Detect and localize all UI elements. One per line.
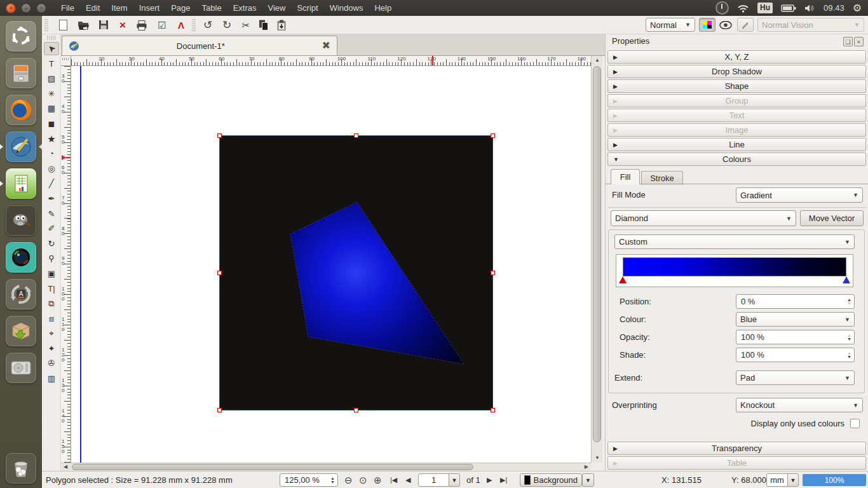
resize-handle-s[interactable]: [354, 408, 358, 412]
first-page-button[interactable]: |◀: [390, 471, 397, 488]
libreoffice-calc-icon[interactable]: [6, 168, 36, 199]
panel-float-button[interactable]: ❏: [843, 37, 853, 46]
resize-handle-n[interactable]: [354, 133, 358, 138]
preview-mode-button[interactable]: [717, 18, 735, 32]
fill-mode-select[interactable]: Gradient▼: [736, 187, 863, 203]
scribus-icon[interactable]: [6, 132, 36, 162]
save-document-button[interactable]: [95, 18, 112, 32]
insert-arc-tool[interactable]: ◔: [44, 147, 59, 160]
insert-bezier-curve-tool[interactable]: ✒: [44, 192, 59, 205]
scroll-right-icon[interactable]: ▶: [585, 464, 588, 470]
tab-close-icon[interactable]: ✖: [322, 41, 330, 51]
resize-handle-w[interactable]: [217, 271, 222, 275]
copy-button[interactable]: [255, 18, 272, 32]
section-xyz[interactable]: ▶X, Y, Z: [607, 50, 866, 64]
display-only-used-colours-checkbox[interactable]: [850, 419, 860, 428]
section-line[interactable]: ▶Line: [607, 138, 866, 151]
menu-windows[interactable]: Windows: [324, 0, 369, 16]
menu-help[interactable]: Help: [369, 0, 397, 16]
resize-handle-sw[interactable]: [217, 408, 222, 412]
horizontal-scroll-thumb[interactable]: [72, 464, 473, 470]
gimp-icon[interactable]: [6, 205, 36, 236]
shade-spinbox[interactable]: 100 % ▲▼: [736, 348, 855, 362]
layer-select[interactable]: Background: [520, 473, 582, 487]
clock[interactable]: 09.43: [824, 3, 844, 13]
unlink-text-frames-tool[interactable]: ⧈: [44, 312, 59, 325]
menu-script[interactable]: Script: [291, 0, 323, 16]
window-maximize-button[interactable]: ▫: [36, 3, 46, 13]
ruler-origin[interactable]: [61, 56, 71, 66]
panel-close-button[interactable]: ×: [854, 37, 864, 46]
paste-button[interactable]: [273, 18, 290, 32]
image-quality-select[interactable]: Normal▼: [646, 18, 695, 32]
menu-page[interactable]: Page: [165, 0, 196, 16]
fill-tab[interactable]: Fill: [611, 169, 640, 184]
section-colours[interactable]: ▼Colours: [607, 152, 866, 166]
insert-polygon-tool[interactable]: ★: [44, 132, 59, 146]
close-document-button[interactable]: ×: [114, 18, 131, 32]
camera-icon[interactable]: [6, 242, 36, 273]
spin-arrows[interactable]: ▲▼: [330, 477, 335, 484]
spin-arrows[interactable]: ▲▼: [847, 351, 851, 359]
zoom-100-button[interactable]: ⊙: [359, 471, 367, 488]
opacity-spinbox[interactable]: 100 % ▲▼: [736, 330, 855, 344]
page-canvas[interactable]: [71, 66, 591, 463]
stroke-tab[interactable]: Stroke: [641, 171, 683, 185]
menu-item[interactable]: Item: [105, 0, 133, 16]
measurements-tool[interactable]: ⌖: [44, 327, 59, 340]
insert-shape-tool[interactable]: ◼: [44, 117, 59, 130]
scroll-down-icon[interactable]: ▼: [595, 456, 600, 461]
new-document-button[interactable]: [55, 18, 71, 32]
position-spinbox[interactable]: 0 % ▲▼: [736, 294, 855, 309]
insert-line-tool[interactable]: ╱: [44, 177, 59, 190]
document-tab[interactable]: Document-1* ✖: [62, 36, 337, 55]
open-document-button[interactable]: [75, 18, 92, 32]
next-page-button[interactable]: ▶: [487, 471, 492, 488]
undo-button[interactable]: ↺: [200, 18, 216, 32]
insert-image-frame-tool[interactable]: ▨: [44, 72, 59, 85]
print-document-button[interactable]: [133, 18, 150, 32]
software-updater-icon[interactable]: A: [6, 279, 36, 309]
rotate-item-tool[interactable]: ↻: [44, 237, 59, 250]
colour-select[interactable]: Blue▼: [736, 312, 855, 327]
toggle-color-management-button[interactable]: [699, 18, 715, 32]
gradient-preset-select[interactable]: Custom▼: [614, 234, 855, 249]
gradient-stop-start[interactable]: [619, 276, 627, 283]
preflight-verifier-button[interactable]: ☑: [154, 18, 170, 32]
unit-select[interactable]: mm: [766, 473, 788, 487]
zoom-level-spinbox[interactable]: 125,00 % ▲▼: [280, 473, 338, 487]
select-item-tool[interactable]: ➤: [44, 42, 59, 55]
horizontal-scrollbar[interactable]: ◀ ▶: [61, 463, 591, 471]
edit-in-preview-button[interactable]: [737, 18, 754, 32]
previous-page-button[interactable]: ◀: [405, 471, 410, 488]
insert-text-frame-tool[interactable]: T: [44, 57, 59, 71]
page-select-dropdown-button[interactable]: ▼: [449, 473, 460, 487]
scroll-up-icon[interactable]: ▲: [595, 58, 600, 63]
battery-icon[interactable]: [781, 4, 796, 12]
last-page-button[interactable]: ▶|: [500, 471, 507, 488]
resize-handle-nw[interactable]: [217, 133, 222, 138]
zoom-out-button[interactable]: ⊖: [344, 471, 353, 488]
overprinting-select[interactable]: Knockout▼: [736, 398, 863, 412]
redo-button[interactable]: ↻: [219, 18, 235, 32]
insert-spiral-tool[interactable]: ◎: [44, 162, 59, 175]
scroll-left-icon[interactable]: ◀: [64, 464, 67, 470]
gradient-type-select[interactable]: Diamond▼: [611, 210, 796, 226]
zoom-in-button[interactable]: ⊕: [374, 471, 382, 488]
insert-render-frame-tool[interactable]: ✳: [44, 87, 59, 100]
wifi-icon[interactable]: [737, 4, 749, 13]
spin-arrows[interactable]: ▲▼: [847, 334, 851, 341]
vertical-scrollbar[interactable]: ▲ ▼: [591, 56, 602, 463]
gradient-preview[interactable]: [623, 257, 846, 276]
menu-extras[interactable]: Extras: [227, 0, 262, 16]
app-indicator-icon[interactable]: [715, 1, 729, 15]
toolbar-grip[interactable]: [44, 18, 48, 31]
toolbox-grip[interactable]: [47, 36, 56, 40]
section-drop-shadow[interactable]: ▶Drop Shadow: [607, 65, 866, 78]
export-pdf-button[interactable]: Ʌ: [173, 18, 189, 32]
keyboard-layout-indicator[interactable]: Hu: [757, 3, 773, 13]
layer-dropdown-button[interactable]: ▼: [582, 473, 594, 487]
cut-button[interactable]: ✂: [238, 18, 254, 32]
zoom-tool[interactable]: ⚲: [44, 252, 59, 265]
menu-view[interactable]: View: [262, 0, 291, 16]
